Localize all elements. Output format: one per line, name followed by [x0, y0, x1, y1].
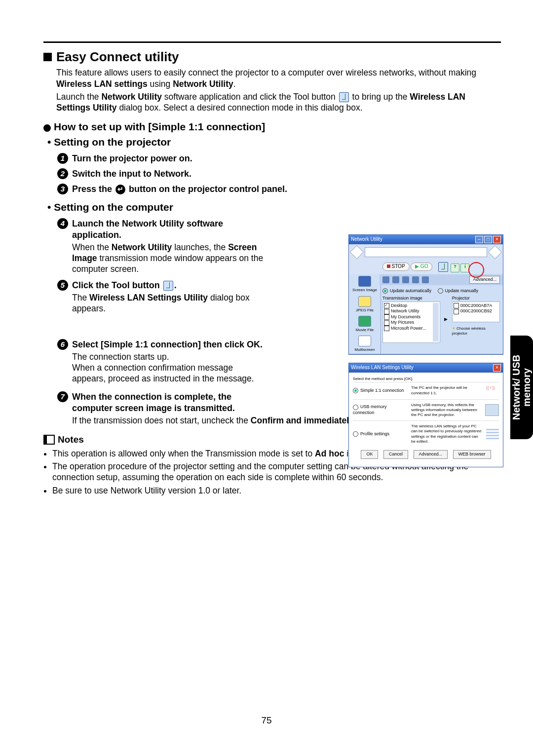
- toolbar-icon[interactable]: [402, 276, 409, 283]
- tab-multiscreen[interactable]: Multiscreen: [349, 334, 381, 354]
- advanced-button[interactable]: Advanced...: [414, 450, 448, 459]
- close-icon[interactable]: ×: [493, 236, 501, 243]
- address-field[interactable]: [365, 247, 487, 257]
- step-6-icon: 6: [57, 339, 68, 350]
- toolbar-icon[interactable]: [392, 276, 399, 283]
- ok-button[interactable]: OK: [361, 450, 378, 459]
- radio-update-auto[interactable]: [382, 288, 388, 294]
- radio-simple-connection[interactable]: [353, 388, 358, 393]
- step-1-title: Turn the projector power on.: [72, 153, 192, 164]
- radio-usb-connection[interactable]: [353, 405, 358, 410]
- step-3-title: Press the ↵ button on the projector cont…: [72, 184, 287, 195]
- return-icon: ↵: [115, 185, 125, 194]
- go-button[interactable]: ▶ GO: [411, 263, 432, 271]
- arrow-right-icon: ▸: [444, 315, 448, 324]
- notes-icon: [43, 435, 55, 445]
- step-5-icon: 5: [57, 280, 68, 291]
- bullet-icon: •: [47, 201, 51, 214]
- scrollbar[interactable]: [433, 303, 439, 341]
- notes-heading: Notes: [58, 434, 84, 446]
- intro-paragraph-1: This feature allows users to easily conn…: [56, 67, 501, 89]
- step-7-icon: 7: [57, 391, 68, 402]
- stop-button[interactable]: STOP: [382, 263, 410, 271]
- section-square-icon: [43, 53, 52, 61]
- side-tab: Network/ USB memory: [510, 336, 533, 439]
- opt1-desc: The PC and the projector will be connect…: [411, 385, 482, 395]
- transmission-label: Transmission Image: [382, 296, 440, 302]
- intro-paragraph-2: Launch the Network Utility software appl…: [56, 91, 501, 113]
- tab-movie-file[interactable]: Movie File: [349, 314, 381, 334]
- dialog-prompt: Select the method and press [OK].: [353, 377, 499, 381]
- step-6-body: The connection starts up. When a connect…: [72, 351, 266, 384]
- cancel-button[interactable]: Cancel: [383, 450, 408, 459]
- wireless-lan-settings-dialog: Wireless LAN Settings Utility × Select t…: [348, 363, 503, 467]
- checkbox[interactable]: [384, 326, 389, 331]
- dialog-title: Wireless LAN Settings Utility: [351, 365, 414, 371]
- nav-forward-icon[interactable]: [488, 245, 502, 259]
- subsection-heading: How to set up with [Simple 1:1 connectio…: [54, 120, 265, 134]
- checkbox[interactable]: [384, 314, 389, 320]
- checkbox[interactable]: [384, 303, 389, 308]
- toolbar-icon[interactable]: [382, 276, 389, 283]
- checkbox[interactable]: [384, 309, 389, 314]
- toolbar-icon[interactable]: [422, 276, 429, 283]
- web-browser-button[interactable]: WEB browser: [453, 450, 491, 459]
- network-utility-window: Network Utility – □ × STOP ▶ GO ? i: [348, 234, 503, 355]
- step-5-title: Click the Tool button .: [72, 280, 177, 291]
- step-4-body: When the Network Utility launches, the S…: [72, 242, 266, 275]
- top-rule: [43, 41, 501, 43]
- minimize-icon[interactable]: –: [475, 236, 483, 243]
- sub-heading-projector: Setting on the projector: [54, 136, 171, 149]
- section-heading: Easy Connect utility: [56, 49, 179, 65]
- window-title: Network Utility: [351, 236, 382, 243]
- maximize-icon[interactable]: □: [484, 236, 492, 243]
- sub-heading-computer: Setting on the computer: [54, 201, 173, 214]
- transmission-list[interactable]: Desktop Network Utility My Documents My …: [382, 302, 440, 343]
- checkbox[interactable]: [384, 320, 389, 326]
- checkbox[interactable]: [454, 303, 459, 308]
- tab-screen-image[interactable]: Screen Image: [349, 274, 381, 294]
- page-number: 75: [0, 715, 533, 726]
- help-icon[interactable]: ?: [451, 264, 459, 272]
- close-icon[interactable]: ×: [493, 364, 501, 372]
- radio-update-manual[interactable]: [438, 288, 443, 294]
- step-6-title: Select [Simple 1:1 connection] then clic…: [72, 339, 263, 350]
- step-4-icon: 4: [57, 218, 68, 229]
- tool-icon[interactable]: [438, 262, 448, 272]
- wireless-icon: ((∘)): [486, 385, 499, 396]
- filled-circle-icon: [43, 124, 51, 132]
- step-2-icon: 2: [57, 168, 68, 179]
- step-7-title: When the connection is complete, the com…: [72, 391, 266, 414]
- highlight-circle-icon: [468, 262, 484, 278]
- profile-icon: [486, 429, 499, 440]
- choose-wireless-link[interactable]: ✦ Choose wireless projector: [452, 326, 500, 336]
- step-4-title: Launch the Network Utility software appl…: [72, 218, 266, 241]
- tool-icon: [339, 92, 349, 102]
- step-5-body: The Wireless LAN Settings Utility dialog…: [72, 292, 266, 314]
- nav-back-icon[interactable]: [350, 245, 364, 259]
- checkbox[interactable]: [454, 309, 459, 314]
- projector-label: Projector: [452, 296, 500, 302]
- tab-jpeg-file[interactable]: JPEG File: [349, 295, 381, 314]
- step-1-icon: 1: [57, 153, 68, 164]
- opt2-desc: Using USB memory, this reflects the sett…: [411, 403, 481, 418]
- radio-profile-settings[interactable]: [353, 431, 358, 437]
- tool-icon: [163, 281, 173, 291]
- step-2-title: Switch the input to Network.: [72, 168, 191, 180]
- step-3-icon: 3: [57, 184, 68, 194]
- toolbar-icon[interactable]: [412, 276, 419, 283]
- bullet-icon: •: [47, 136, 51, 149]
- projector-list[interactable]: 000C2000AB7A 000C2000CB92: [452, 302, 500, 322]
- usb-icon: [485, 404, 499, 416]
- opt3-desc: The wireless LAN settings of your PC can…: [411, 424, 482, 444]
- note-item: Be sure to use Network Utility version 1…: [52, 485, 501, 496]
